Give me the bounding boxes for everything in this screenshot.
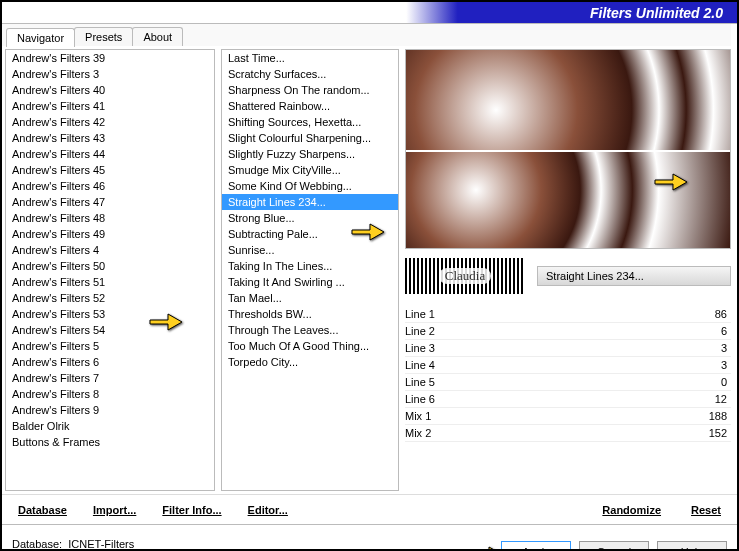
category-item[interactable]: Andrew's Filters 9 xyxy=(6,402,214,418)
db-label: Database: xyxy=(12,538,62,550)
filter-item[interactable]: Thresholds BW... xyxy=(222,306,398,322)
cancel-button[interactable]: Cancel xyxy=(579,541,649,552)
filter-item[interactable]: Taking It And Swirling ... xyxy=(222,274,398,290)
app-title: Filters Unlimited 2.0 xyxy=(590,5,723,21)
category-item[interactable]: Andrew's Filters 44 xyxy=(6,146,214,162)
category-item[interactable]: Andrew's Filters 53 xyxy=(6,306,214,322)
category-item[interactable]: Andrew's Filters 40 xyxy=(6,82,214,98)
param-label: Line 3 xyxy=(405,342,485,354)
param-row: Line 612 xyxy=(405,391,731,408)
param-label: Line 5 xyxy=(405,376,485,388)
filter-item[interactable]: Slight Colourful Sharpening... xyxy=(222,130,398,146)
tab-navigator[interactable]: Navigator xyxy=(6,28,75,47)
category-item[interactable]: Andrew's Filters 46 xyxy=(6,178,214,194)
parameters-panel: Line 186Line 26Line 33Line 43Line 50Line… xyxy=(405,306,731,494)
filter-item[interactable]: Strong Blue... xyxy=(222,210,398,226)
category-item[interactable]: Andrew's Filters 50 xyxy=(6,258,214,274)
param-slider[interactable] xyxy=(493,415,679,419)
category-item[interactable]: Andrew's Filters 4 xyxy=(6,242,214,258)
filter-item[interactable]: Smudge Mix CityVille... xyxy=(222,162,398,178)
filter-item[interactable]: Subtracting Pale... xyxy=(222,226,398,242)
right-links: Randomize Reset xyxy=(596,500,727,520)
filter-item[interactable]: Last Time... xyxy=(222,50,398,66)
filter-item[interactable]: Torpedo City... xyxy=(222,354,398,370)
apply-button[interactable]: Apply xyxy=(501,541,571,552)
category-item[interactable]: Andrew's Filters 51 xyxy=(6,274,214,290)
param-row: Line 26 xyxy=(405,323,731,340)
filter-item[interactable]: Sharpness On The random... xyxy=(222,82,398,98)
app-title-bar: Filters Unlimited 2.0 xyxy=(2,2,737,24)
middle-column: Last Time...Scratchy Surfaces...Sharpnes… xyxy=(218,24,402,494)
param-row: Mix 2152 xyxy=(405,425,731,442)
filter-item[interactable]: Scratchy Surfaces... xyxy=(222,66,398,82)
reset-link[interactable]: Reset xyxy=(685,500,727,520)
filter-item[interactable]: Tan Mael... xyxy=(222,290,398,306)
param-slider[interactable] xyxy=(493,330,679,334)
param-label: Line 1 xyxy=(405,308,485,320)
tab-about[interactable]: About xyxy=(132,27,183,46)
param-row: Line 186 xyxy=(405,306,731,323)
category-item[interactable]: Andrew's Filters 42 xyxy=(6,114,214,130)
param-slider[interactable] xyxy=(493,364,679,368)
current-filter-name: Straight Lines 234... xyxy=(537,266,731,286)
category-item[interactable]: Andrew's Filters 43 xyxy=(6,130,214,146)
preview-image xyxy=(405,49,731,249)
tab-presets[interactable]: Presets xyxy=(74,27,133,46)
param-label: Line 6 xyxy=(405,393,485,405)
category-item[interactable]: Andrew's Filters 8 xyxy=(6,386,214,402)
filter-item[interactable]: Slightly Fuzzy Sharpens... xyxy=(222,146,398,162)
filter-item[interactable]: Sunrise... xyxy=(222,242,398,258)
category-item[interactable]: Andrew's Filters 48 xyxy=(6,210,214,226)
category-item[interactable]: Andrew's Filters 3 xyxy=(6,66,214,82)
category-item[interactable]: Andrew's Filters 6 xyxy=(6,354,214,370)
filter-item[interactable]: Straight Lines 234... xyxy=(222,194,398,210)
filter-item[interactable]: Shattered Rainbow... xyxy=(222,98,398,114)
editor-link[interactable]: Editor... xyxy=(242,500,294,520)
spacer xyxy=(218,24,402,46)
filter-item[interactable]: Through The Leaves... xyxy=(222,322,398,338)
logo-name-row: Claudia Straight Lines 234... xyxy=(405,256,731,296)
category-listbox[interactable]: Andrew's Filters 39Andrew's Filters 3And… xyxy=(5,49,215,491)
pointer-icon xyxy=(469,541,505,552)
param-value: 188 xyxy=(687,410,727,422)
category-item[interactable]: Andrew's Filters 7 xyxy=(6,370,214,386)
link-button-row: Database Import... Filter Info... Editor… xyxy=(2,494,737,524)
param-slider[interactable] xyxy=(493,381,679,385)
database-link[interactable]: Database xyxy=(12,500,73,520)
param-value: 12 xyxy=(687,393,727,405)
param-value: 6 xyxy=(687,325,727,337)
filter-listbox[interactable]: Last Time...Scratchy Surfaces...Sharpnes… xyxy=(221,49,399,491)
category-item[interactable]: Andrew's Filters 52 xyxy=(6,290,214,306)
filter-info-link[interactable]: Filter Info... xyxy=(156,500,227,520)
randomize-link[interactable]: Randomize xyxy=(596,500,667,520)
footer-info: Database: ICNET-Filters Filters: 3170 xyxy=(12,537,134,552)
filter-item[interactable]: Taking In The Lines... xyxy=(222,258,398,274)
category-item[interactable]: Buttons & Frames xyxy=(6,434,214,450)
param-slider[interactable] xyxy=(493,432,679,436)
filter-item[interactable]: Shifting Sources, Hexetta... xyxy=(222,114,398,130)
param-value: 0 xyxy=(687,376,727,388)
author-name: Claudia xyxy=(439,268,491,284)
param-slider[interactable] xyxy=(493,347,679,351)
param-value: 3 xyxy=(687,359,727,371)
filter-item[interactable]: Some Kind Of Webbing... xyxy=(222,178,398,194)
category-item[interactable]: Andrew's Filters 39 xyxy=(6,50,214,66)
import-link[interactable]: Import... xyxy=(87,500,142,520)
footer: Database: ICNET-Filters Filters: 3170 Ap… xyxy=(2,524,737,551)
category-item[interactable]: Balder Olrik xyxy=(6,418,214,434)
category-item[interactable]: Andrew's Filters 49 xyxy=(6,226,214,242)
category-item[interactable]: Andrew's Filters 47 xyxy=(6,194,214,210)
param-slider[interactable] xyxy=(493,398,679,402)
category-item[interactable]: Andrew's Filters 5 xyxy=(6,338,214,354)
tab-strip: Navigator Presets About xyxy=(2,24,218,46)
filter-item[interactable]: Too Much Of A Good Thing... xyxy=(222,338,398,354)
left-links: Database Import... Filter Info... Editor… xyxy=(12,500,294,520)
param-value: 152 xyxy=(687,427,727,439)
category-item[interactable]: Andrew's Filters 45 xyxy=(6,162,214,178)
main-area: Navigator Presets About Andrew's Filters… xyxy=(2,24,737,494)
category-item[interactable]: Andrew's Filters 54 xyxy=(6,322,214,338)
param-row: Mix 1188 xyxy=(405,408,731,425)
help-button[interactable]: Help xyxy=(657,541,727,552)
param-slider[interactable] xyxy=(493,313,679,317)
category-item[interactable]: Andrew's Filters 41 xyxy=(6,98,214,114)
